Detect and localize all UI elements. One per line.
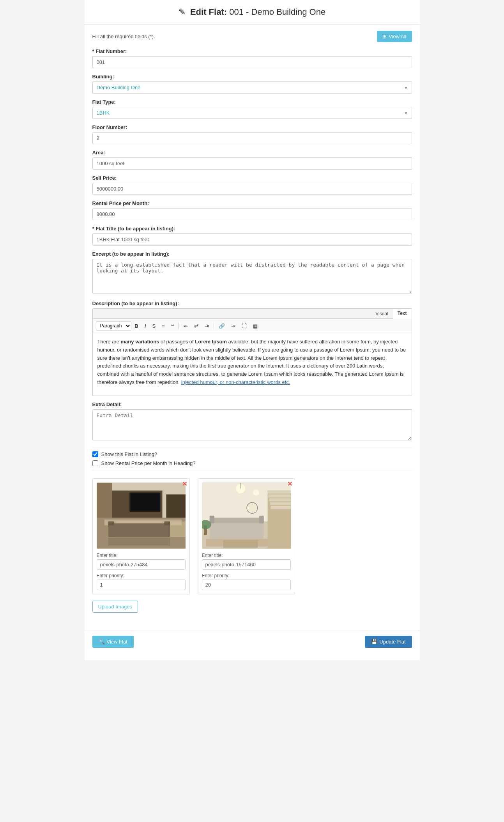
- flat-number-input[interactable]: [92, 56, 412, 68]
- svg-rect-12: [131, 493, 159, 511]
- image-priority-label-1: Enter priority:: [97, 573, 186, 578]
- indent-button[interactable]: ⇥: [228, 322, 238, 331]
- building-select[interactable]: Demo Building One Demo Building Two: [92, 81, 412, 94]
- media-button[interactable]: ▦: [250, 322, 260, 331]
- excerpt-textarea[interactable]: It is a long established fact that a rea…: [92, 259, 412, 294]
- svg-point-32: [246, 502, 257, 513]
- floor-number-section: Floor Number:: [92, 124, 412, 144]
- description-label: Description (to be appear in listing):: [92, 301, 412, 306]
- unordered-list-button[interactable]: ≡: [159, 322, 168, 331]
- svg-rect-13: [108, 538, 170, 546]
- image-card-2: ✕: [198, 478, 295, 594]
- flat-number-section: * Flat Number:: [92, 48, 412, 68]
- remove-image-2-button[interactable]: ✕: [287, 481, 292, 487]
- top-bar: Fill all the required fields (*). ⊞ View…: [92, 31, 412, 42]
- image-placeholder-2: [202, 483, 291, 549]
- svg-rect-23: [269, 498, 291, 501]
- editor-tabs: Visual Text: [93, 309, 412, 319]
- page-header: ✎ Edit Flat: 001 - Demo Building One: [85, 0, 420, 25]
- flat-title-input[interactable]: [92, 233, 412, 246]
- image-priority-input-1[interactable]: [97, 580, 186, 590]
- editor-toolbar: Paragraph Heading 1 Heading 2 B I S ≡ ❝ …: [93, 319, 412, 333]
- bold-button[interactable]: B: [132, 322, 141, 331]
- image-title-input-1[interactable]: [97, 559, 186, 570]
- floor-number-label: Floor Number:: [92, 124, 412, 130]
- svg-rect-2: [97, 483, 112, 518]
- tab-text[interactable]: Text: [393, 309, 412, 319]
- fullscreen-button[interactable]: ⛶: [239, 322, 249, 331]
- excerpt-label: Excerpt (to be appear in listing):: [92, 251, 412, 257]
- align-right-button[interactable]: ⇥: [202, 322, 212, 331]
- action-bar: 🔍 View Flat 💾 Update Flat: [85, 631, 420, 652]
- image-card-1: ✕: [92, 478, 190, 594]
- flat-type-select[interactable]: 1BHK 2BHK 3BHK: [92, 107, 412, 119]
- paragraph-select[interactable]: Paragraph Heading 1 Heading 2: [96, 321, 131, 331]
- rental-price-input[interactable]: [92, 208, 412, 220]
- view-flat-button[interactable]: 🔍 View Flat: [92, 636, 134, 648]
- link-button[interactable]: 🔗: [216, 322, 228, 331]
- upload-images-button[interactable]: Upload Images: [92, 601, 138, 613]
- description-content[interactable]: There are many variations of passages of…: [93, 333, 412, 396]
- svg-rect-24: [270, 502, 291, 505]
- remove-image-1-button[interactable]: ✕: [182, 481, 187, 487]
- building-select-wrapper: Demo Building One Demo Building Two: [92, 81, 412, 94]
- flat-title-label: * Flat Title (to be appear in listing):: [92, 226, 412, 232]
- update-flat-label: Update Flat: [379, 639, 405, 645]
- toolbar-separator-2: [214, 322, 214, 329]
- divider-1: [92, 447, 412, 447]
- italic-button[interactable]: I: [142, 322, 149, 331]
- extra-detail-textarea[interactable]: [92, 409, 412, 440]
- align-center-button[interactable]: ⇄: [191, 322, 201, 331]
- svg-rect-29: [259, 516, 263, 523]
- show-in-listing-label: Show this Flat in Listing?: [101, 451, 157, 457]
- align-left-button[interactable]: ⇤: [181, 322, 191, 331]
- image-title-label-1: Enter title:: [97, 553, 186, 558]
- blockquote-button[interactable]: ❝: [168, 322, 177, 331]
- image-title-label-2: Enter title:: [202, 553, 291, 558]
- flat-type-section: Flat Type: 1BHK 2BHK 3BHK: [92, 99, 412, 119]
- image-priority-label-2: Enter priority:: [202, 573, 291, 578]
- strikethrough-button[interactable]: S: [150, 322, 159, 331]
- svg-point-18: [253, 490, 259, 496]
- view-flat-icon: 🔍: [99, 639, 105, 645]
- toolbar-separator-1: [179, 322, 179, 329]
- rental-price-section: Rental Price per Month:: [92, 200, 412, 220]
- svg-rect-8: [108, 523, 170, 537]
- show-in-listing-checkbox[interactable]: [92, 451, 98, 457]
- svg-rect-26: [209, 521, 263, 539]
- extra-detail-label: Extra Detail:: [92, 401, 412, 407]
- svg-rect-21: [267, 491, 290, 494]
- svg-rect-10: [164, 521, 170, 525]
- svg-rect-5: [166, 494, 186, 517]
- flat-number-label: * Flat Number:: [92, 48, 412, 54]
- extra-detail-section: Extra Detail:: [92, 401, 412, 442]
- flat-type-label: Flat Type:: [92, 99, 412, 105]
- image-priority-input-2[interactable]: [202, 580, 291, 590]
- area-label: Area:: [92, 150, 412, 156]
- sell-price-section: Sell Price:: [92, 175, 412, 195]
- show-in-listing-section: Show this Flat in Listing?: [92, 451, 412, 457]
- fill-required-text: Fill all the required fields (*).: [92, 34, 155, 39]
- page-title-edit: Edit Flat:: [190, 7, 227, 17]
- view-all-icon: ⊞: [382, 34, 387, 39]
- area-input[interactable]: [92, 157, 412, 170]
- sell-price-input[interactable]: [92, 183, 412, 195]
- area-section: Area:: [92, 150, 412, 170]
- flat-type-select-wrapper: 1BHK 2BHK 3BHK: [92, 107, 412, 119]
- tab-visual[interactable]: Visual: [371, 309, 393, 318]
- floor-number-input[interactable]: [92, 132, 412, 144]
- view-all-button[interactable]: ⊞ View All: [377, 31, 412, 42]
- edit-icon: ✎: [179, 7, 186, 17]
- main-content: Fill all the required fields (*). ⊞ View…: [85, 25, 420, 627]
- svg-rect-27: [209, 518, 263, 523]
- svg-rect-31: [205, 539, 267, 546]
- update-flat-icon: 💾: [371, 639, 377, 645]
- update-flat-button[interactable]: 💾 Update Flat: [365, 636, 412, 648]
- show-rental-label: Show Rental Price per Month in Heading?: [101, 460, 196, 466]
- rich-text-editor: Visual Text Paragraph Heading 1 Heading …: [92, 308, 412, 396]
- show-rental-checkbox[interactable]: [92, 460, 98, 466]
- view-flat-label: View Flat: [107, 639, 127, 645]
- flat-title-section: * Flat Title (to be appear in listing):: [92, 226, 412, 246]
- image-title-input-2[interactable]: [202, 559, 291, 570]
- rental-price-label: Rental Price per Month:: [92, 200, 412, 206]
